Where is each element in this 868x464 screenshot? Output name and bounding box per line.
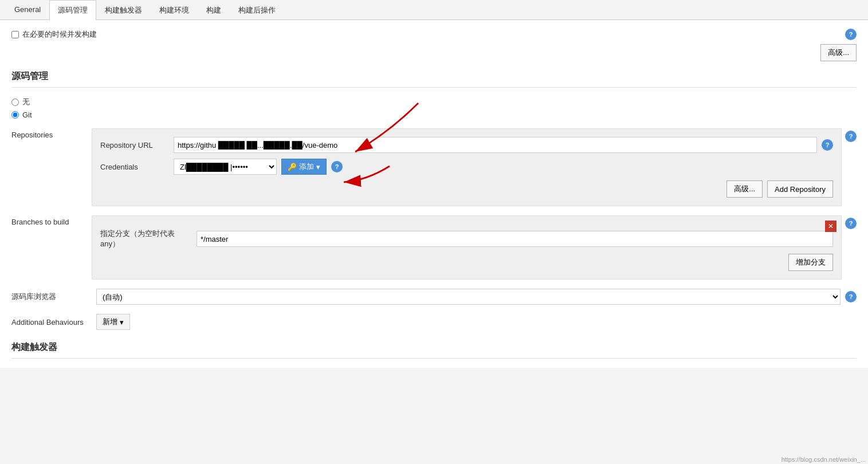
radio-none-label: 无 [22, 97, 30, 107]
new-behaviour-button[interactable]: 新增 ▾ [96, 314, 130, 330]
branches-panel: ✕ 指定分支（为空时代表any） 增加分支 [92, 215, 842, 280]
radio-none[interactable] [11, 99, 19, 106]
branches-label: Branches to build [11, 215, 92, 226]
add-repository-button[interactable]: Add Repository [767, 180, 833, 198]
advanced-top-area: 高级... [11, 44, 857, 61]
tab-build-triggers[interactable]: 构建触发器 [96, 0, 151, 20]
concurrent-build-checkbox[interactable] [11, 31, 19, 38]
credentials-row: Credentials Zl████████ |•••••• 🔑 添加 ▾ ? [100, 159, 833, 175]
concurrent-build-row: 在必要的时候并发构建 ? [11, 29, 857, 40]
concurrent-build-help-icon[interactable]: ? [845, 29, 857, 40]
tab-scm[interactable]: 源码管理 [49, 0, 96, 20]
build-trigger-section-title: 构建触发器 [11, 341, 857, 359]
additional-behaviours-label: Additional Behaviours [11, 318, 92, 327]
credentials-help-icon[interactable]: ? [331, 161, 343, 172]
repo-url-label: Repository URL [100, 141, 169, 150]
branches-content: ✕ 指定分支（为空时代表any） 增加分支 [92, 215, 842, 280]
branch-specifier-row: 指定分支（为空时代表any） [100, 229, 833, 249]
radio-git-item: Git [11, 111, 857, 119]
tab-bar: General 源码管理 构建触发器 构建环境 构建 构建后操作 [0, 0, 868, 20]
repo-actions: 高级... Add Repository [100, 180, 833, 198]
main-content: 在必要的时候并发构建 ? 高级... 源码管理 无 Git Repositori… [0, 20, 868, 368]
add-credentials-button[interactable]: 🔑 添加 ▾ [281, 159, 327, 175]
dropdown-arrow-icon: ▾ [316, 163, 320, 171]
tab-build[interactable]: 构建 [198, 0, 230, 20]
credentials-select[interactable]: Zl████████ |•••••• [174, 159, 277, 175]
branch-actions: 增加分支 [100, 254, 833, 271]
scm-radio-group: 无 Git [11, 97, 857, 119]
delete-branch-button[interactable]: ✕ [825, 221, 836, 232]
repositories-help-icon[interactable]: ? [845, 131, 857, 142]
repositories-content: Repository URL ? Credentials Zl████████ … [92, 128, 842, 206]
scm-section-title: 源码管理 [11, 70, 857, 88]
source-browser-help-icon[interactable]: ? [845, 291, 857, 302]
branches-help-icon[interactable]: ? [845, 218, 857, 229]
new-button-dropdown-arrow: ▾ [120, 318, 124, 327]
branch-specifier-label: 指定分支（为空时代表any） [100, 229, 192, 249]
repo-panel: Repository URL ? Credentials Zl████████ … [92, 128, 842, 206]
repo-url-input[interactable] [174, 137, 817, 153]
branch-specifier-input[interactable] [197, 231, 833, 247]
add-button-label: 添加 [299, 162, 314, 172]
key-icon: 🔑 [288, 163, 297, 171]
radio-git-label: Git [22, 111, 32, 119]
repo-url-row: Repository URL ? [100, 137, 833, 153]
credentials-label: Credentials [100, 163, 169, 171]
add-branch-button[interactable]: 增加分支 [788, 254, 833, 271]
repo-url-help-icon[interactable]: ? [822, 139, 833, 151]
source-browser-label: 源码库浏览器 [11, 292, 92, 302]
tab-general[interactable]: General [6, 0, 49, 20]
advanced-repo-button[interactable]: 高级... [726, 180, 763, 198]
tab-build-env[interactable]: 构建环境 [151, 0, 198, 20]
radio-git[interactable] [11, 111, 19, 119]
concurrent-build-label: 在必要的时候并发构建 [22, 29, 97, 40]
radio-none-item: 无 [11, 97, 857, 107]
repositories-label: Repositories [11, 128, 92, 139]
branches-field-row: Branches to build ✕ 指定分支（为空时代表any） 增加分支 … [11, 215, 857, 280]
repositories-field-row: Repositories Repository URL ? Credential… [11, 128, 857, 206]
source-browser-row: 源码库浏览器 (自动)gitblithubgithubbitbucket ? [11, 289, 857, 305]
additional-behaviours-row: Additional Behaviours 新增 ▾ [11, 314, 857, 330]
advanced-top-button[interactable]: 高级... [820, 44, 857, 61]
tab-post-build[interactable]: 构建后操作 [230, 0, 284, 20]
source-browser-select[interactable]: (自动)gitblithubgithubbitbucket [96, 289, 840, 305]
new-button-label: 新增 [103, 317, 117, 327]
